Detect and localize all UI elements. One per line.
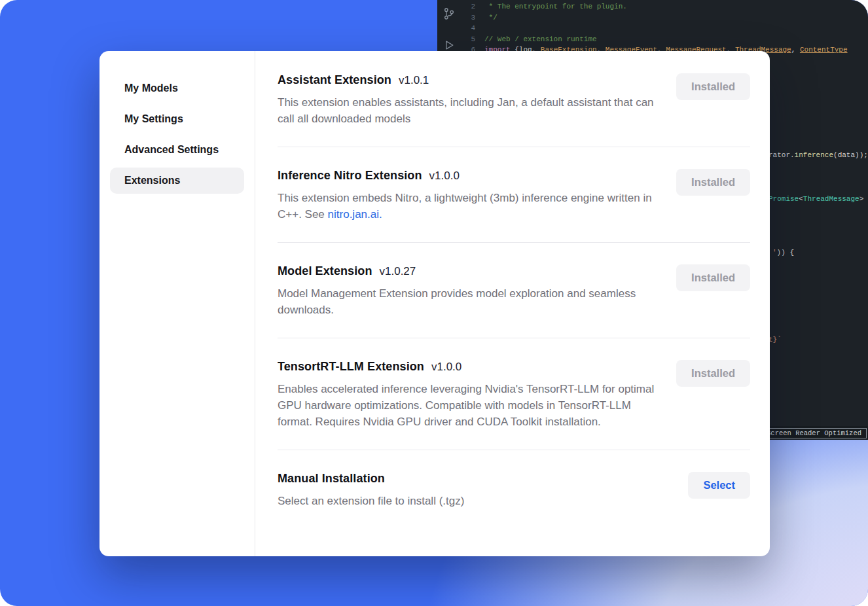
- extension-name: Inference Nitro Extension: [278, 169, 422, 183]
- settings-sidebar: My Models My Settings Advanced Settings …: [99, 51, 255, 556]
- extension-info: Assistant Extension v1.0.1 This extensio…: [278, 73, 676, 127]
- code-line: 5// Web / extension runtime: [461, 34, 868, 45]
- screen-reader-badge[interactable]: Screen Reader Optimized: [761, 428, 867, 438]
- extension-name: Assistant Extension: [278, 73, 391, 87]
- screenshot-canvas: 2 * The entrypoint for the plugin.3 */45…: [0, 0, 868, 606]
- extension-name: TensortRT-LLM Extension: [278, 360, 424, 374]
- extension-info: Inference Nitro Extension v1.0.0 This ex…: [278, 169, 676, 223]
- run-icon[interactable]: [442, 38, 456, 52]
- installed-button[interactable]: Installed: [676, 73, 750, 100]
- extension-row-inference-nitro: Inference Nitro Extension v1.0.0 This ex…: [278, 147, 750, 243]
- manual-installation-info: Manual Installation Select an extension …: [278, 472, 688, 509]
- extension-description: This extension enables assistants, inclu…: [278, 94, 655, 127]
- manual-installation-row: Manual Installation Select an extension …: [278, 450, 750, 529]
- installed-button[interactable]: Installed: [676, 360, 750, 387]
- sidebar-item-extensions[interactable]: Extensions: [110, 168, 244, 194]
- extension-row-assistant: Assistant Extension v1.0.1 This extensio…: [278, 73, 750, 147]
- extension-row-tensorrt-llm: TensortRT-LLM Extension v1.0.0 Enables a…: [278, 338, 750, 450]
- code-fragment: t}`: [769, 335, 782, 344]
- installed-button[interactable]: Installed: [676, 169, 750, 196]
- nitro-jan-ai-link[interactable]: nitro.jan.ai.: [328, 208, 382, 221]
- extension-description: This extension embeds Nitro, a lightweig…: [278, 190, 655, 223]
- extension-info: TensortRT-LLM Extension v1.0.0 Enables a…: [278, 360, 676, 430]
- settings-modal: My Models My Settings Advanced Settings …: [99, 51, 770, 556]
- sidebar-item-advanced-settings[interactable]: Advanced Settings: [110, 137, 244, 163]
- extension-version: v1.0.27: [380, 265, 416, 278]
- extension-version: v1.0.0: [429, 169, 460, 183]
- manual-installation-description: Select an extension file to install (.tg…: [278, 493, 657, 509]
- code-line: 3 */: [461, 12, 868, 24]
- code-fragment: rator.inference(data));: [769, 151, 868, 160]
- extensions-panel: Assistant Extension v1.0.1 This extensio…: [255, 51, 770, 556]
- code-line: 4: [461, 23, 868, 34]
- extension-row-model: Model Extension v1.0.27 Model Management…: [278, 243, 750, 338]
- extension-description: Enables accelerated inference leveraging…: [278, 381, 655, 430]
- code-line: 2 * The entrypoint for the plugin.: [461, 1, 868, 12]
- installed-button[interactable]: Installed: [676, 264, 750, 291]
- extension-name: Model Extension: [278, 264, 372, 278]
- manual-installation-title: Manual Installation: [278, 472, 385, 486]
- extension-version: v1.0.1: [399, 74, 429, 87]
- code-fragment: Promise<ThreadMessage>: [769, 194, 863, 204]
- code-fragment: ')) {: [772, 248, 794, 257]
- select-file-button[interactable]: Select: [688, 472, 750, 499]
- git-branch-icon[interactable]: [442, 7, 456, 21]
- extension-description: Model Management Extension provides mode…: [278, 285, 655, 318]
- extension-info: Model Extension v1.0.27 Model Management…: [278, 264, 676, 318]
- code-lines: 2 * The entrypoint for the plugin.3 */45…: [461, 1, 868, 56]
- extension-version: v1.0.0: [431, 361, 461, 374]
- sidebar-item-my-settings[interactable]: My Settings: [110, 106, 244, 132]
- sidebar-item-my-models[interactable]: My Models: [110, 75, 244, 101]
